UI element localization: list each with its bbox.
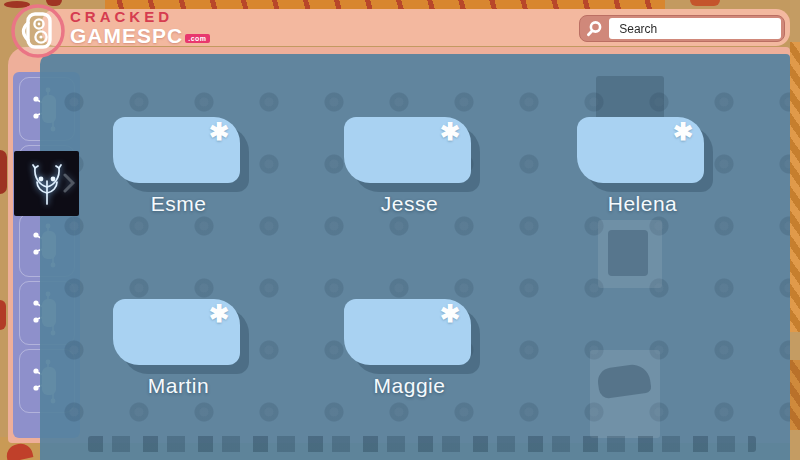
background-blob [0,150,7,194]
faint-background-text [88,436,756,452]
search-bar [579,15,785,42]
watermark-logo-icon [10,3,66,59]
character-name: Jesse [344,192,475,216]
glowing-plant-icon [27,159,67,209]
game-screen: ✱ Esme ✱ Jesse ✱ Helena ✱ Martin ✱ [0,0,800,460]
background-blob [0,300,6,330]
character-name: Esme [113,192,244,216]
character-name: Helena [577,192,708,216]
faint-thumbnail [590,350,660,438]
star-marker-icon: ✱ [440,299,460,329]
star-marker-icon: ✱ [209,117,229,147]
watermark-line2: GAMESPC [70,25,183,46]
character-cell: ✱ Maggie [344,299,478,398]
character-cell: ✱ Jesse [344,117,478,216]
search-button[interactable] [580,20,609,37]
character-cell: ✱ Martin [113,299,247,398]
search-icon [586,20,603,37]
character-card-helena[interactable]: ✱ [577,117,704,183]
star-marker-icon: ✱ [673,117,693,147]
sidebar-selected-tile[interactable] [14,151,79,216]
character-card-jesse[interactable]: ✱ [344,117,471,183]
character-name: Maggie [344,374,475,398]
character-cell: ✱ Esme [113,117,247,216]
background-blob [690,0,720,6]
watermark-badge: .com [185,34,209,43]
character-card-maggie[interactable]: ✱ [344,299,471,365]
character-cell: ✱ Helena [577,117,711,216]
faint-thumbnail [598,220,662,288]
search-input[interactable] [609,18,781,39]
faint-icon-pattern [40,54,790,460]
character-card-martin[interactable]: ✱ [113,299,240,365]
watermark-text: CRACKED GAMESPC .com [70,9,210,46]
background-edge-stripe [790,0,800,460]
star-marker-icon: ✱ [209,299,229,329]
character-card-esme[interactable]: ✱ [113,117,240,183]
watermark-logo: CRACKED GAMESPC .com [10,3,210,59]
character-name: Martin [113,374,244,398]
dim-overlay [40,54,790,460]
star-marker-icon: ✱ [440,117,460,147]
chevron-right-icon [63,173,75,193]
watermark-line1: CRACKED [70,9,210,25]
